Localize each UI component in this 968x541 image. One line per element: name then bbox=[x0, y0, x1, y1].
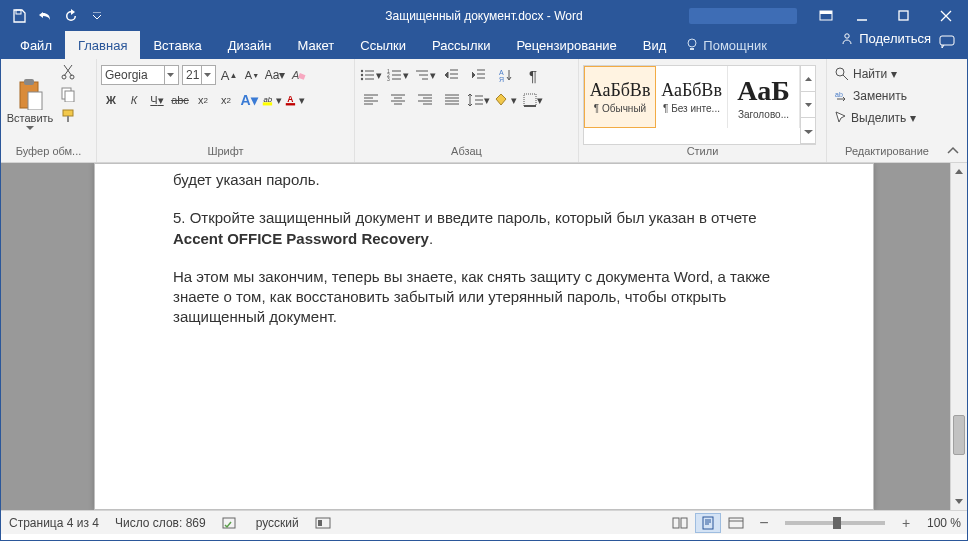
save-icon[interactable] bbox=[7, 4, 31, 28]
paste-button[interactable]: Вставить bbox=[5, 62, 55, 145]
close-icon[interactable] bbox=[925, 1, 967, 31]
share-button[interactable]: Поделиться bbox=[840, 31, 931, 46]
align-right-icon[interactable] bbox=[413, 90, 437, 110]
zoom-slider[interactable] bbox=[785, 521, 885, 525]
bold-button[interactable]: Ж bbox=[101, 90, 121, 110]
zoom-out-icon[interactable]: − bbox=[751, 513, 777, 533]
tab-design[interactable]: Дизайн bbox=[215, 31, 285, 59]
svg-rect-38 bbox=[729, 518, 743, 528]
gallery-up-icon[interactable] bbox=[801, 66, 815, 92]
increase-indent-icon[interactable] bbox=[467, 65, 491, 85]
user-account[interactable] bbox=[689, 8, 797, 24]
copy-icon[interactable] bbox=[58, 84, 78, 104]
document-page[interactable]: будет указан пароль. 5. Откройте защищен… bbox=[94, 163, 874, 510]
tab-insert[interactable]: Вставка bbox=[140, 31, 214, 59]
tab-review[interactable]: Рецензирование bbox=[503, 31, 629, 59]
multilevel-list-icon[interactable]: ▾ bbox=[413, 65, 437, 85]
scroll-up-icon[interactable] bbox=[951, 163, 967, 180]
vertical-scrollbar[interactable] bbox=[950, 163, 967, 510]
status-macros-icon[interactable] bbox=[315, 516, 331, 530]
window-controls bbox=[811, 1, 967, 31]
replace-button[interactable]: abЗаменить bbox=[831, 85, 943, 107]
svg-rect-6 bbox=[940, 36, 954, 45]
change-case-icon[interactable]: Aa▾ bbox=[265, 65, 285, 85]
font-color-icon[interactable]: A▾ bbox=[285, 90, 305, 110]
gallery-down-icon[interactable] bbox=[801, 92, 815, 118]
ribbon-display-icon[interactable] bbox=[811, 1, 841, 31]
undo-icon[interactable] bbox=[33, 4, 57, 28]
status-words[interactable]: Число слов: 869 bbox=[115, 516, 206, 530]
svg-point-30 bbox=[836, 68, 844, 76]
maximize-icon[interactable] bbox=[883, 1, 925, 31]
zoom-in-icon[interactable]: + bbox=[893, 513, 919, 533]
superscript-icon[interactable]: x2 bbox=[216, 90, 236, 110]
chevron-down-icon bbox=[26, 126, 34, 130]
cut-icon[interactable] bbox=[58, 62, 78, 82]
group-paragraph: ▾ 123▾ ▾ AЯ ¶ ▾ ▾ ▾ Абзац bbox=[355, 59, 579, 162]
svg-text:ab: ab bbox=[264, 95, 273, 104]
group-editing-label: Редактирование bbox=[831, 145, 943, 162]
italic-button[interactable]: К bbox=[124, 90, 144, 110]
svg-text:A: A bbox=[291, 69, 299, 81]
zoom-level[interactable]: 100 % bbox=[927, 516, 961, 530]
tab-references[interactable]: Ссылки bbox=[347, 31, 419, 59]
tab-layout[interactable]: Макет bbox=[284, 31, 347, 59]
comments-icon[interactable] bbox=[939, 35, 959, 55]
align-center-icon[interactable] bbox=[386, 90, 410, 110]
numbering-icon[interactable]: 123▾ bbox=[386, 65, 410, 85]
text-effects-icon[interactable]: A▾ bbox=[239, 90, 259, 110]
decrease-indent-icon[interactable] bbox=[440, 65, 464, 85]
share-icon bbox=[840, 32, 854, 46]
select-button[interactable]: Выделить ▾ bbox=[831, 107, 943, 129]
status-spellcheck-icon[interactable] bbox=[222, 516, 240, 530]
tell-me[interactable]: Помощник bbox=[685, 31, 767, 59]
svg-rect-8 bbox=[24, 79, 34, 85]
shading-icon[interactable]: ▾ bbox=[494, 90, 518, 110]
collapse-ribbon-icon[interactable] bbox=[947, 146, 963, 160]
group-clipboard: Вставить Буфер обм... bbox=[1, 59, 97, 162]
font-size-combo[interactable]: 21 bbox=[182, 65, 216, 85]
gallery-more-icon[interactable] bbox=[801, 118, 815, 144]
bullets-icon[interactable]: ▾ bbox=[359, 65, 383, 85]
tab-home[interactable]: Главная bbox=[65, 31, 140, 59]
underline-button[interactable]: Ч▾ bbox=[147, 90, 167, 110]
redo-icon[interactable] bbox=[59, 4, 83, 28]
zoom-handle[interactable] bbox=[833, 517, 841, 529]
style-heading1[interactable]: АаБ Заголово... bbox=[728, 66, 800, 128]
show-marks-icon[interactable]: ¶ bbox=[521, 65, 545, 85]
justify-icon[interactable] bbox=[440, 90, 464, 110]
svg-text:Я: Я bbox=[499, 76, 504, 82]
borders-icon[interactable]: ▾ bbox=[521, 90, 545, 110]
highlight-icon[interactable]: ab▾ bbox=[262, 90, 282, 110]
tab-mailings[interactable]: Рассылки bbox=[419, 31, 503, 59]
tab-file[interactable]: Файл bbox=[7, 31, 65, 59]
tab-view[interactable]: Вид bbox=[630, 31, 680, 59]
status-language[interactable]: русский bbox=[256, 516, 299, 530]
clear-format-icon[interactable]: A bbox=[288, 65, 308, 85]
paste-label: Вставить bbox=[7, 112, 54, 124]
status-page[interactable]: Страница 4 из 4 bbox=[9, 516, 99, 530]
scroll-track[interactable] bbox=[951, 180, 967, 493]
group-font-label: Шрифт bbox=[101, 145, 350, 162]
subscript-icon[interactable]: x2 bbox=[193, 90, 213, 110]
format-painter-icon[interactable] bbox=[58, 106, 78, 126]
minimize-icon[interactable] bbox=[841, 1, 883, 31]
font-name-combo[interactable]: Georgia bbox=[101, 65, 179, 85]
scroll-down-icon[interactable] bbox=[951, 493, 967, 510]
title-bar: Защищенный документ.docx - Word bbox=[1, 1, 967, 31]
view-print-icon[interactable] bbox=[695, 513, 721, 533]
qat-customize-icon[interactable] bbox=[85, 4, 109, 28]
grow-font-icon[interactable]: A▲ bbox=[219, 65, 239, 85]
line-spacing-icon[interactable]: ▾ bbox=[467, 90, 491, 110]
strikethrough-icon[interactable]: abc bbox=[170, 90, 190, 110]
scroll-thumb[interactable] bbox=[953, 415, 965, 455]
align-left-icon[interactable] bbox=[359, 90, 383, 110]
find-button[interactable]: Найти ▾ bbox=[831, 63, 943, 85]
group-clipboard-label: Буфер обм... bbox=[5, 145, 92, 162]
shrink-font-icon[interactable]: A▼ bbox=[242, 65, 262, 85]
view-web-icon[interactable] bbox=[723, 513, 749, 533]
view-read-icon[interactable] bbox=[667, 513, 693, 533]
style-normal[interactable]: АаБбВв ¶ Обычный bbox=[584, 66, 656, 128]
style-no-spacing[interactable]: АаБбВв ¶ Без инте... bbox=[656, 66, 728, 128]
sort-icon[interactable]: AЯ bbox=[494, 65, 518, 85]
